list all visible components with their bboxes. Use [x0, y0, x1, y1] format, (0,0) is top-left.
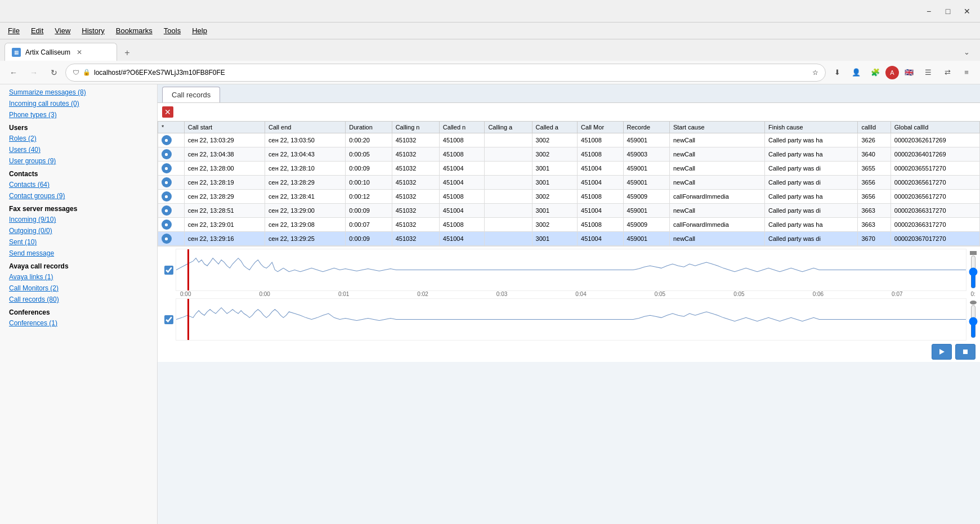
- cell-duration: 0:00:09: [346, 162, 392, 176]
- sidebar-phone-types[interactable]: Phone types (3): [0, 109, 157, 120]
- col-recorded[interactable]: Recorde: [623, 122, 669, 133]
- table-row[interactable]: ⏺сен 22, 13:28:51сен 22, 13:29:000:00:09…: [158, 204, 980, 218]
- minimize-button[interactable]: −: [920, 5, 937, 17]
- col-start-cause[interactable]: Start cause: [669, 122, 764, 133]
- new-tab-button[interactable]: +: [119, 45, 135, 61]
- menu-tools[interactable]: Tools: [158, 24, 186, 37]
- table-row[interactable]: ⏺сен 22, 13:28:00сен 22, 13:28:100:00:09…: [158, 162, 980, 176]
- cell-recorded: 459001: [623, 133, 669, 147]
- menu-icon[interactable]: ≡: [957, 64, 975, 82]
- col-call-id[interactable]: callId: [858, 122, 890, 133]
- col-global-call-id[interactable]: Global callId: [890, 122, 979, 133]
- cell-duration: 0:00:09: [346, 204, 392, 218]
- table-row[interactable]: ⏺сен 22, 13:28:19сен 22, 13:28:290:00:10…: [158, 176, 980, 190]
- playback-indicator: [187, 249, 189, 290]
- stop-icon: [962, 348, 969, 355]
- sidebar-roles[interactable]: Roles (2): [0, 133, 157, 144]
- time-mark-3: 0:02: [417, 291, 428, 297]
- menu-history[interactable]: History: [76, 24, 110, 37]
- tab-icon: ▦: [12, 48, 21, 57]
- sidebar-incoming-call-routes[interactable]: Incoming call routes (0): [0, 98, 157, 109]
- cell-icon: ⏺: [158, 133, 185, 147]
- col-duration[interactable]: Duration: [346, 122, 392, 133]
- table-row[interactable]: ⏺сен 22, 13:29:16сен 22, 13:29:250:00:09…: [158, 232, 980, 246]
- waveform2-checkbox[interactable]: [164, 315, 173, 324]
- cell-called-n: 451004: [439, 204, 485, 218]
- col-call-start[interactable]: Call start: [184, 122, 265, 133]
- forward-button[interactable]: →: [25, 64, 43, 82]
- sidebar-fax-incoming[interactable]: Incoming (9/10): [0, 214, 157, 225]
- reload-button[interactable]: ↻: [45, 64, 63, 82]
- cell-calling-n: 451032: [392, 162, 439, 176]
- cell-called-n: 451008: [439, 190, 485, 204]
- cell-calling-a: [485, 204, 532, 218]
- toolbar-icons: ⬇ 👤 🧩 A 🇬🇧 ☰ ⇄ ≡: [828, 64, 975, 82]
- cell-calling-a: [485, 218, 532, 232]
- sidebar-fax-sent[interactable]: Sent (10): [0, 236, 157, 248]
- sidebar-conferences[interactable]: Conferences (1): [0, 317, 157, 329]
- sidebar-section-users: Users: [0, 120, 157, 133]
- url-bar[interactable]: 🛡 🔒 localhost/#?O6EFXeS7WLjJ3m10FB8F0FE …: [65, 64, 826, 82]
- star-icon[interactable]: ☆: [812, 69, 818, 77]
- slider1-thumb[interactable]: [970, 251, 977, 255]
- cell-finish-cause: Called party was ha: [764, 147, 857, 162]
- sidebar-contacts[interactable]: Contacts (64): [0, 179, 157, 190]
- sidebar-avaya-links[interactable]: Avaya links (1): [0, 271, 157, 283]
- sidebar-send-message[interactable]: Send message: [0, 248, 157, 259]
- active-tab[interactable]: ▦ Artix Calliseum ✕: [5, 43, 117, 61]
- menu-view[interactable]: View: [49, 24, 76, 37]
- extensions-icon[interactable]: 🧩: [866, 64, 884, 82]
- pocket-icon[interactable]: ⬇: [828, 64, 846, 82]
- play-button[interactable]: [932, 344, 952, 360]
- tab-dropdown-button[interactable]: ⌄: [957, 43, 975, 61]
- col-finish-cause[interactable]: Finish cause: [764, 122, 857, 133]
- col-call-end[interactable]: Call end: [265, 122, 346, 133]
- sync-icon[interactable]: ⇄: [938, 64, 956, 82]
- table-row[interactable]: ⏺сен 22, 13:04:38сен 22, 13:04:430:00:05…: [158, 147, 980, 162]
- uk-addon-icon[interactable]: 🇬🇧: [900, 64, 918, 82]
- nav-bar: ← → ↻ 🛡 🔒 localhost/#?O6EFXeS7WLjJ3m10FB…: [0, 61, 980, 84]
- tab-call-records[interactable]: Call records: [162, 87, 220, 102]
- menu-bookmarks[interactable]: Bookmarks: [110, 24, 158, 37]
- sidebar-call-records[interactable]: Call records (80): [0, 294, 157, 305]
- profile-icon[interactable]: 👤: [847, 64, 865, 82]
- menu-edit[interactable]: Edit: [25, 24, 49, 37]
- volume-slider2[interactable]: [971, 304, 975, 338]
- close-button[interactable]: ✕: [959, 5, 975, 17]
- table-row[interactable]: ⏺сен 22, 13:03:29сен 22, 13:03:500:00:20…: [158, 133, 980, 147]
- slider2-thumb[interactable]: [970, 301, 977, 304]
- cell-call-start: сен 22, 13:28:51: [184, 204, 265, 218]
- col-call-mor[interactable]: Call Mor: [578, 122, 623, 133]
- col-calling-a[interactable]: Calling a: [485, 122, 532, 133]
- col-called-n[interactable]: Called n: [439, 122, 485, 133]
- sidebar-fax-outgoing[interactable]: Outgoing (0/0): [0, 225, 157, 236]
- reader-icon[interactable]: ☰: [919, 64, 937, 82]
- close-table-button[interactable]: ✕: [162, 106, 173, 118]
- cell-start-cause: newCall: [669, 176, 764, 190]
- waveform1-checkbox[interactable]: [164, 266, 173, 275]
- sidebar-user-groups[interactable]: User groups (9): [0, 155, 157, 167]
- back-button[interactable]: ←: [5, 64, 23, 82]
- menu-file[interactable]: File: [2, 24, 25, 37]
- cell-call-start: сен 22, 13:04:38: [184, 147, 265, 162]
- table-row[interactable]: ⏺сен 22, 13:29:01сен 22, 13:29:080:00:07…: [158, 218, 980, 232]
- sidebar-summarize-messages[interactable]: Summarize messages (8): [0, 87, 157, 98]
- stop-button[interactable]: [955, 344, 975, 360]
- menu-help[interactable]: Help: [186, 24, 213, 37]
- sidebar-call-monitors[interactable]: Call Monitors (2): [0, 283, 157, 294]
- tab-close-button[interactable]: ✕: [75, 48, 84, 57]
- volume-slider1[interactable]: [971, 255, 975, 289]
- cell-finish-cause: Called party was ha: [764, 218, 857, 232]
- cell-call-start: сен 22, 13:29:16: [184, 232, 265, 246]
- waveform1-svg: [176, 249, 966, 290]
- col-called-a[interactable]: Called a: [532, 122, 578, 133]
- cell-call-start: сен 22, 13:03:29: [184, 133, 265, 147]
- sidebar-users[interactable]: Users (40): [0, 144, 157, 155]
- addon-icon[interactable]: A: [885, 66, 899, 79]
- table-row[interactable]: ⏺сен 22, 13:28:29сен 22, 13:28:410:00:12…: [158, 190, 980, 204]
- maximize-button[interactable]: □: [939, 5, 956, 17]
- sidebar-section-contacts: Contacts: [0, 167, 157, 179]
- time-mark-9: 0:07: [892, 291, 902, 297]
- sidebar-contact-groups[interactable]: Contact groups (9): [0, 190, 157, 201]
- col-calling-n[interactable]: Calling n: [392, 122, 439, 133]
